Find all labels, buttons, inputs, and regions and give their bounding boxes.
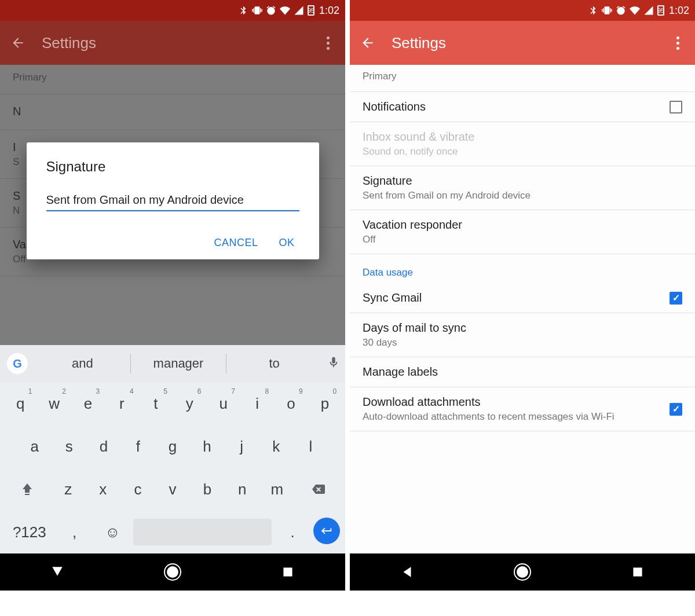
status-time: 1:02 xyxy=(319,5,339,17)
download-checkbox[interactable] xyxy=(670,403,682,416)
key-x[interactable]: x xyxy=(87,472,119,507)
bluetooth-icon xyxy=(588,5,598,16)
page-title: Settings xyxy=(392,34,671,52)
list-item-vacation[interactable]: Vacation responder Off xyxy=(350,210,695,254)
key-w[interactable]: w2 xyxy=(39,386,69,421)
phone-right: 95 1:02 Settings Primary Notifications I… xyxy=(348,0,695,591)
item-sub: Off xyxy=(363,234,682,245)
list-item-download[interactable]: Download attachments Auto-download attac… xyxy=(350,387,695,431)
key-s[interactable]: s xyxy=(54,429,85,464)
list-item-primary[interactable]: Primary xyxy=(350,65,695,92)
comma-key[interactable]: , xyxy=(57,515,92,549)
suggestion[interactable]: to xyxy=(226,356,322,371)
list-item-days[interactable]: Days of mail to sync 30 days xyxy=(350,313,695,357)
item-title: Download attachments xyxy=(363,395,670,409)
suggestion[interactable]: manager xyxy=(131,356,226,371)
key-u[interactable]: u7 xyxy=(208,386,238,421)
list-item-notifications[interactable]: Notifications xyxy=(350,92,695,122)
phone-left: 95 1:02 Settings Primary N IS SN Vacatio… xyxy=(0,0,348,591)
nav-recent-icon[interactable] xyxy=(630,564,645,580)
shift-key[interactable] xyxy=(5,472,49,507)
alarm-icon xyxy=(616,5,626,16)
section-data-usage: Data usage xyxy=(350,254,695,283)
key-m[interactable]: m xyxy=(261,472,292,507)
wifi-icon xyxy=(630,5,640,16)
key-b[interactable]: b xyxy=(192,472,223,507)
nav-back-icon[interactable] xyxy=(400,564,415,580)
settings-content-right[interactable]: Primary Notifications Inbox sound & vibr… xyxy=(350,65,695,553)
svg-rect-1 xyxy=(634,567,642,576)
mic-icon[interactable] xyxy=(322,356,345,371)
key-z[interactable]: z xyxy=(53,472,84,507)
back-icon[interactable] xyxy=(360,35,375,50)
list-item-labels[interactable]: Manage labels xyxy=(350,357,695,387)
key-y[interactable]: y6 xyxy=(174,386,204,421)
sync-checkbox[interactable] xyxy=(670,292,682,305)
key-l[interactable]: l xyxy=(295,429,327,464)
item-title: Manage labels xyxy=(363,365,682,379)
dialog-title: Signature xyxy=(46,159,299,175)
ok-button[interactable]: OK xyxy=(279,237,294,249)
soft-keyboard[interactable]: G and manager to q1w2e3r4t5y6u7i8o9p0 as… xyxy=(0,345,345,553)
nav-home-icon[interactable] xyxy=(514,563,531,581)
cancel-button[interactable]: CANCEL xyxy=(214,237,258,249)
key-k[interactable]: k xyxy=(261,429,292,464)
dialog-backdrop: Signature CANCEL OK xyxy=(0,65,345,345)
key-c[interactable]: c xyxy=(122,472,153,507)
key-v[interactable]: v xyxy=(157,472,188,507)
nav-recent-icon[interactable] xyxy=(280,564,295,580)
signature-input[interactable] xyxy=(46,191,299,211)
item-title: Inbox sound & vibrate xyxy=(363,130,682,144)
list-item-sync[interactable]: Sync Gmail xyxy=(350,283,695,313)
settings-content-left-dimmed: Primary N IS SN Vacation responderOff Si… xyxy=(0,65,345,345)
bluetooth-icon xyxy=(238,5,248,16)
item-sub: Auto-download attachments to recent mess… xyxy=(363,411,670,423)
nav-bar-left xyxy=(0,553,345,591)
emoji-key[interactable]: ☺ xyxy=(95,515,130,549)
period-key[interactable]: . xyxy=(275,515,310,549)
signal-icon xyxy=(294,5,304,16)
battery-icon: 95 xyxy=(308,5,314,16)
enter-key[interactable] xyxy=(313,518,340,544)
overflow-menu-icon[interactable] xyxy=(671,36,685,50)
key-g[interactable]: g xyxy=(157,429,188,464)
key-i[interactable]: i8 xyxy=(242,386,272,421)
google-icon[interactable]: G xyxy=(7,353,28,374)
overflow-menu-icon[interactable] xyxy=(321,36,335,50)
key-e[interactable]: e3 xyxy=(73,386,103,421)
item-sub: Primary xyxy=(363,71,682,82)
key-h[interactable]: h xyxy=(192,429,223,464)
key-a[interactable]: a xyxy=(19,429,50,464)
key-n[interactable]: n xyxy=(226,472,258,507)
key-t[interactable]: t5 xyxy=(141,386,171,421)
signal-icon xyxy=(643,5,654,16)
suggestion[interactable]: and xyxy=(35,356,130,371)
item-title: Vacation responder xyxy=(363,218,682,232)
key-j[interactable]: j xyxy=(226,429,257,464)
key-d[interactable]: d xyxy=(88,429,119,464)
list-item-inbox-sound: Inbox sound & vibrate Sound on, notify o… xyxy=(350,122,695,166)
item-sub: Sent from Gmail on my Android device xyxy=(363,190,682,201)
alarm-icon xyxy=(266,5,276,16)
vibrate-icon xyxy=(602,5,612,16)
nav-back-icon[interactable] xyxy=(50,564,65,580)
space-key[interactable] xyxy=(133,519,272,545)
symbols-key[interactable]: ?123 xyxy=(5,515,54,549)
item-title: Signature xyxy=(363,174,682,188)
list-item-signature[interactable]: Signature Sent from Gmail on my Android … xyxy=(350,166,695,210)
back-icon[interactable] xyxy=(10,35,25,50)
vibrate-icon xyxy=(252,5,262,16)
key-q[interactable]: q1 xyxy=(5,386,35,421)
key-f[interactable]: f xyxy=(123,429,154,464)
item-title: Notifications xyxy=(363,100,670,113)
delete-key[interactable] xyxy=(296,472,340,507)
key-o[interactable]: o9 xyxy=(276,386,306,421)
key-r[interactable]: r4 xyxy=(107,386,137,421)
notifications-checkbox[interactable] xyxy=(670,101,682,113)
key-p[interactable]: p0 xyxy=(310,386,340,421)
wifi-icon xyxy=(280,5,290,16)
item-title: Days of mail to sync xyxy=(363,321,682,335)
nav-home-icon[interactable] xyxy=(164,563,181,581)
svg-rect-0 xyxy=(284,567,292,576)
status-time: 1:02 xyxy=(669,5,689,17)
